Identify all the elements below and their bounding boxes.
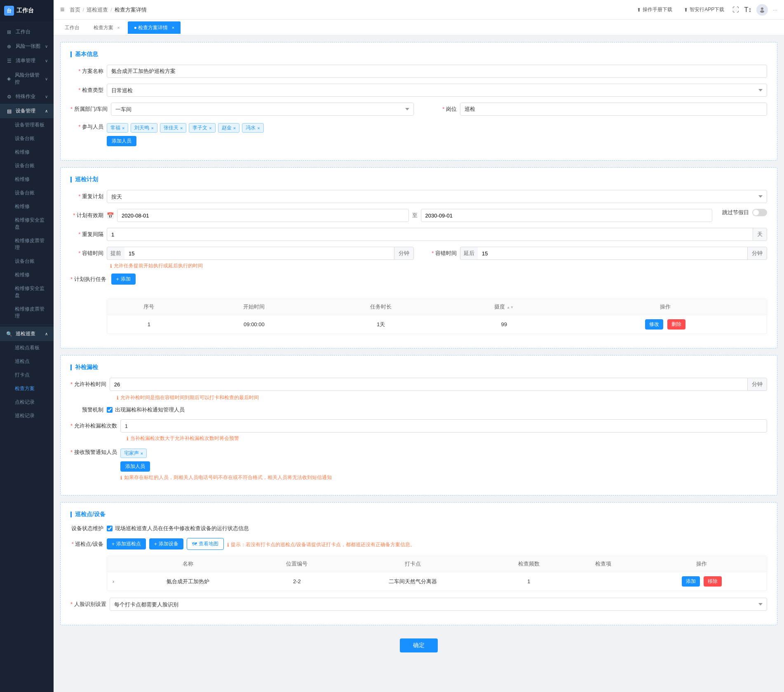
sidebar-item-patrol[interactable]: 🔍 巡检巡查 ∧ [0,327,54,341]
add-member-button[interactable]: 添加人员 [107,136,136,146]
tip-icon3: ℹ [127,436,129,442]
sidebar-item-punch-point[interactable]: 打卡点 [0,368,54,382]
interval-unit: 天 [753,228,767,241]
patrol-plan-section: 巡检计划 重复计划 按天 计划有效期 📅 至 [60,167,777,348]
delete-task-button[interactable]: 删除 [667,319,685,330]
sidebar-item-patrol-dashboard[interactable]: 巡检点看板 [0,341,54,355]
sidebar-item-repair-safety2[interactable]: 检维修安全监盘 [0,282,54,302]
more-icon[interactable]: ··· [773,7,777,13]
sidebar-item-checklist[interactable]: ☰ 清单管理 ∨ [0,54,54,68]
edit-task-button[interactable]: 修改 [645,319,663,330]
tab-workbench[interactable]: 工作台 [59,21,86,34]
member-tag-1-close[interactable]: × [151,126,153,131]
member-tag-2-close[interactable]: × [180,126,183,131]
tab-check-plan[interactable]: 检查方案 × [87,21,126,34]
allow-time-row: 允许补检时间 分钟 [70,378,767,391]
face-recog-select[interactable]: 每个打卡点都需要人脸识别 [110,598,767,611]
tolerance-before-input[interactable] [124,247,394,260]
dept-select[interactable]: 一车间 [111,103,414,116]
device-status-checkbox[interactable] [107,526,113,531]
sidebar-item-device-account3[interactable]: 设备台账 [0,186,54,200]
member-tag-4-close[interactable]: × [233,126,236,131]
add-patrol-icon: + [112,541,115,547]
skip-holiday-toggle[interactable] [752,209,767,216]
date-end-input[interactable] [421,209,713,222]
allow-count-input[interactable] [120,419,767,432]
breadcrumb-home[interactable]: 首页 [70,6,80,14]
repeat-interval-input[interactable] [107,228,753,241]
sidebar-item-repair4[interactable]: 检维修 [0,268,54,282]
add-notify-person-button[interactable]: 添加人员 [120,461,150,472]
sidebar-item-repair2[interactable]: 检维修 [0,173,54,186]
tab-check-plan-close[interactable]: × [117,25,120,30]
face-recog-field: 人脸识别设置 每个打卡点都需要人脸识别 [70,598,767,611]
download-app-btn[interactable]: ⬆ 智安行APP下载 [681,5,728,15]
calendar-icon: 📅 [107,212,114,219]
sidebar-item-device-account2[interactable]: 设备台账 [0,159,54,173]
sidebar-item-label: 特殊作业 [16,93,35,100]
col-punch: 打卡点 [338,556,488,572]
post-field: 岗位 [424,103,767,116]
risk-map-icon: ⊕ [6,44,12,49]
task-table: 序号 开始时间 任务时长 摄度 ▲▼ 操作 1 09:0 [107,299,767,334]
sidebar-item-risk-level[interactable]: ◈ 风险分级管控 ∨ [0,68,54,89]
notify-persons-row: 接收预警通知人员 宅家声 × 添加人员 ℹ 如果存在标红的人员，则相关人员电话号… [70,447,767,481]
check-type-select[interactable]: 日常巡检 [107,84,767,97]
sidebar-item-repair1[interactable]: 检维修 [0,145,54,159]
sidebar-item-check-plan[interactable]: 检查方案 [0,382,54,395]
date-separator: 至 [412,212,418,219]
col-no: 序号 [107,299,190,315]
sidebar-item-repair-ticket2[interactable]: 检维修皮票管理 [0,302,54,323]
sidebar-item-device-account1[interactable]: 设备台账 [0,132,54,145]
table-row: 1 09:00:00 1天 99 修改 删除 [107,315,767,334]
add-patrol-point-button[interactable]: + 添加巡检点 [107,538,146,549]
prediction-checkbox-label: 出现漏检和补检通知管理人员 [115,406,185,414]
add-task-button[interactable]: + 添加 [111,274,136,285]
notify-person-tag-0-close[interactable]: × [141,451,143,456]
view-map-button[interactable]: 🗺 查看地图 [187,538,224,550]
tab-plan-detail[interactable]: ● 检查方案详情 × [128,21,181,34]
sidebar-item-special-work[interactable]: ⚙ 特殊作业 ∨ [0,89,54,104]
device-table-header: 名称 位置编号 打卡点 检查频数 检查项 操作 [107,556,767,572]
confirm-button[interactable]: 确定 [400,638,438,652]
sidebar-item-risk-map[interactable]: ⊕ 风险一张图 ∨ [0,39,54,54]
patrol-point-label: 巡检点/设备 [70,540,103,548]
sort-icon[interactable]: ▲▼ [507,306,514,309]
user-avatar[interactable] [756,4,768,16]
prediction-field: 预警机制 出现漏检和补检通知管理人员 [70,406,767,414]
post-input[interactable] [460,103,767,116]
sidebar-item-workbench[interactable]: ⊞ 工作台 [0,25,54,39]
add-device-button[interactable]: + 添加设备 [149,538,183,549]
tolerance-tip-row: ℹ 允许任务提前开始执行或延后执行的时间 [70,262,767,269]
member-tag-5-close[interactable]: × [257,126,260,131]
remove-device-button[interactable]: 移除 [704,576,722,587]
member-tag-0-close[interactable]: × [122,126,124,131]
tab-plan-detail-close[interactable]: × [172,25,174,30]
prediction-checkbox[interactable] [107,407,113,413]
notify-person-tag-0: 宅家声 × [120,449,147,458]
member-tag-3-close[interactable]: × [209,126,211,131]
tolerance-after-input[interactable] [478,247,747,260]
sidebar-item-repair-safety[interactable]: 检维修安全监盘 [0,213,54,234]
sidebar-item-patrol-point[interactable]: 巡检点 [0,355,54,368]
notify-persons-container: 宅家声 × 添加人员 ℹ 如果存在标红的人员，则相关人员电话号码不存在或不符合格… [120,449,767,481]
sidebar-item-patrol-record[interactable]: 巡检记录 [0,409,54,423]
menu-icon[interactable]: ≡ [60,5,65,14]
sidebar-item-spot-record[interactable]: 点检记录 [0,395,54,409]
plan-name-input[interactable] [107,65,767,78]
date-start-input[interactable] [117,209,409,222]
font-size-icon[interactable]: T↕ [744,6,751,14]
breadcrumb-patrol[interactable]: 巡检巡查 [87,6,108,14]
sidebar-item-repair3[interactable]: 检维修 [0,200,54,213]
add-device-row-button[interactable]: 添加 [682,576,700,587]
chevron-up-icon: ∧ [45,109,48,113]
allow-time-input[interactable] [110,378,747,391]
fullscreen-icon[interactable]: ⛶ [732,6,739,14]
sidebar-item-device-dashboard[interactable]: 设备管理看板 [0,118,54,132]
sidebar-item-device-account4[interactable]: 设备台账 [0,255,54,268]
repeat-plan-select[interactable]: 按天 [107,190,767,203]
download-manual-btn[interactable]: ⬆ 操作手册下载 [634,5,676,15]
sidebar-item-repair-ticket[interactable]: 检维修皮票管理 [0,234,54,255]
sidebar-item-equipment[interactable]: ▤ 设备管理 ∧ [0,104,54,118]
cell-expand[interactable]: › [107,572,120,591]
